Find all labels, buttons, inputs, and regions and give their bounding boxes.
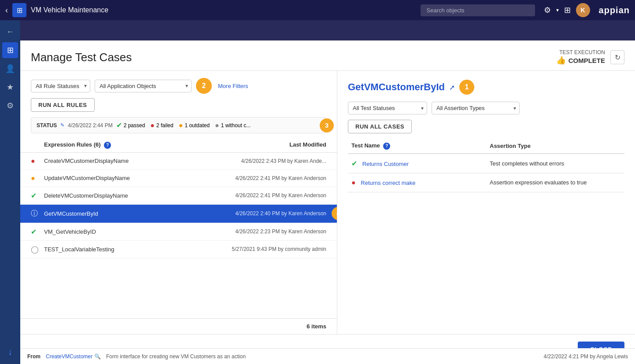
back-button[interactable]: ‹ <box>5 6 8 15</box>
col-name: Expression Rules (6) ? <box>44 141 289 149</box>
sidebar-item-grid[interactable]: ⊞ <box>2 42 18 58</box>
passed-status: ✔ 2 passed <box>116 121 145 129</box>
table-row[interactable]: ✔ VM_GetVehicleByID 4/26/2022 2:23 PM by… <box>20 223 337 241</box>
row-status-icon: ◯ <box>31 245 44 254</box>
sidebar-item-user[interactable]: 👤 <box>2 61 18 77</box>
run-all-cases-button[interactable]: RUN ALL CASES <box>348 120 412 133</box>
items-count: 6 items <box>20 318 337 334</box>
help-icon[interactable]: ? <box>104 142 111 149</box>
case-fail-icon: ● <box>351 179 356 186</box>
callout-badge-3: 3 <box>320 118 334 132</box>
failed-icon: ● <box>150 121 155 129</box>
grid-icon[interactable]: ⊞ <box>564 5 571 15</box>
case-assertion-cell: Test completes without errors <box>486 154 624 173</box>
bottom-link[interactable]: CreateVMCustomer 🔍 <box>46 353 101 360</box>
modal-body: All Rule Statuses All Application Object… <box>20 71 635 334</box>
warning-icon: ● <box>31 174 35 182</box>
outdated-count: 1 outdated <box>185 122 210 129</box>
col-test-name: Test Name ? <box>348 139 486 154</box>
app-logo: ⊞ <box>12 3 26 17</box>
col-modified: Last Modified <box>289 141 326 149</box>
row-modified: 4/26/2022 2:43 PM by Karen Ande... <box>241 158 326 164</box>
row-status-icon: ✔ <box>31 228 44 236</box>
row-name: DeleteVMCustomerDisplayName <box>44 192 235 199</box>
row-modified: 5/27/2021 9:43 PM by community admin <box>232 246 326 252</box>
table-row[interactable]: ● UpdateVMCustomerDisplayName 4/26/2022 … <box>20 170 337 187</box>
search-input[interactable] <box>421 4 535 16</box>
callout-badge-4: 4 <box>332 207 337 220</box>
rule-name-link[interactable]: GetVMCustomerById <box>348 81 445 93</box>
row-modified: 4/26/2022 2:41 PM by Karen Anderson <box>235 175 326 181</box>
objects-filter[interactable]: All Application Objects <box>95 80 192 92</box>
test-status-filter[interactable]: All Test Statuses <box>348 102 427 114</box>
status-edit-icon[interactable]: ✎ <box>60 122 64 128</box>
table-row[interactable]: ✔ DeleteVMCustomerDisplayName 4/26/2022 … <box>20 187 337 205</box>
right-panel: GetVMCustomerById ➚ 1 All Test Statuses <box>337 71 635 334</box>
app-title: VM Vehicle Maintenance <box>31 6 108 14</box>
search-icon: 🔍 <box>94 353 101 360</box>
row-name: UpdateVMCustomerDisplayName <box>44 175 235 181</box>
row-status-icon: ● <box>31 157 44 165</box>
right-filters: All Test Statuses All Assertion Types <box>348 102 624 114</box>
table-row-selected[interactable]: ➤ 4 ⓘ GetVMCustomerById 4/26/2022 2:40 P… <box>20 205 337 223</box>
refresh-button[interactable]: ↻ <box>610 50 624 64</box>
failed-count: 2 failed <box>156 122 174 129</box>
case-row[interactable]: ✔ Returns Customer Test completes withou… <box>348 154 624 173</box>
test-execution-status: COMPLETE <box>569 57 605 64</box>
table-row[interactable]: ● CreateVMCustomerDisplayName 4/26/2022 … <box>20 153 337 170</box>
success-icon: ✔ <box>31 228 37 236</box>
sidebar-item-back[interactable]: ← <box>2 24 18 40</box>
user-avatar[interactable]: K <box>576 3 590 17</box>
sidebar-item-star[interactable]: ★ <box>2 79 18 95</box>
more-filters-link[interactable]: More Filters <box>218 83 248 89</box>
row-name: GetVMCustomerById <box>44 210 235 217</box>
row-name: CreateVMCustomerDisplayName <box>44 158 241 164</box>
case-name-link[interactable]: Returns Customer <box>362 161 409 167</box>
status-items: ✔ 2 passed ● 2 failed ● 1 outdated <box>116 121 251 129</box>
bottom-bar: From CreateVMCustomer 🔍 Form interface f… <box>20 348 635 364</box>
sidebar-down-arrow[interactable]: ↓ <box>8 347 12 357</box>
status-filter-wrapper: All Rule Statuses <box>31 80 90 92</box>
col-assertion-type: Assertion Type <box>486 139 624 154</box>
test-execution-badge: TEST EXECUTION 👍 COMPLETE <box>556 49 605 65</box>
passed-icon: ✔ <box>116 121 122 129</box>
modal-title: Manage Test Cases <box>31 51 132 64</box>
cases-table: Test Name ? Assertion Type ✔ Returns Cus <box>348 139 624 192</box>
assertion-filter-wrapper: All Assertion Types <box>432 102 520 114</box>
without-count: 1 without c... <box>221 122 251 129</box>
status-label: STATUS <box>37 122 57 129</box>
row-status-icon: ✔ <box>31 191 44 200</box>
outdated-status: ● 1 outdated <box>179 121 210 129</box>
error-icon: ● <box>31 157 35 165</box>
case-name-link[interactable]: Returns correct make <box>361 180 415 186</box>
test-execution-label: TEST EXECUTION <box>556 49 605 55</box>
assertion-filter[interactable]: All Assertion Types <box>432 102 520 114</box>
status-filter[interactable]: All Rule Statuses <box>31 80 90 92</box>
case-name-cell: ✔ Returns Customer <box>348 154 486 173</box>
bottom-description: Form interface for creating new VM Custo… <box>106 353 539 360</box>
row-status-icon: ⓘ <box>31 209 44 218</box>
chevron-down-icon[interactable]: ▾ <box>556 7 559 13</box>
bottom-date: 4/22/2022 4:21 PM by Angela Lewis <box>544 353 628 360</box>
row-modified: 4/26/2022 2:23 PM by Karen Anderson <box>235 228 326 235</box>
row-modified: 4/26/2022 2:41 PM by Karen Anderson <box>235 192 326 199</box>
bottom-from-label: From <box>27 353 41 360</box>
topbar: ‹ ⊞ VM Vehicle Maintenance ⚙ ▾ ⊞ K appia… <box>0 0 635 20</box>
run-all-rules-button[interactable]: RUN ALL RULES <box>31 98 95 112</box>
external-link-icon[interactable]: ➚ <box>449 83 455 92</box>
row-name: TEST_LocalVariableTesting <box>44 246 232 253</box>
sidebar-item-settings[interactable]: ⚙ <box>2 98 18 114</box>
passed-count: 2 passed <box>124 122 145 129</box>
case-pass-icon: ✔ <box>351 160 357 167</box>
case-row[interactable]: ● Returns correct make Assertion express… <box>348 173 624 192</box>
topbar-icons: ⚙ ▾ ⊞ K appian <box>544 3 630 17</box>
outdated-icon: ● <box>179 121 183 129</box>
test-status-filter-wrapper: All Test Statuses <box>348 102 427 114</box>
table-row[interactable]: ◯ TEST_LocalVariableTesting 5/27/2021 9:… <box>20 241 337 258</box>
success-icon: ✔ <box>31 191 37 200</box>
rule-title: GetVMCustomerById ➚ 1 <box>348 80 624 95</box>
settings-icon[interactable]: ⚙ <box>544 5 551 15</box>
bottom-link-name: CreateVMCustomer <box>46 353 92 360</box>
logo-icon: ⊞ <box>17 6 22 15</box>
test-name-help-icon[interactable]: ? <box>383 143 390 150</box>
